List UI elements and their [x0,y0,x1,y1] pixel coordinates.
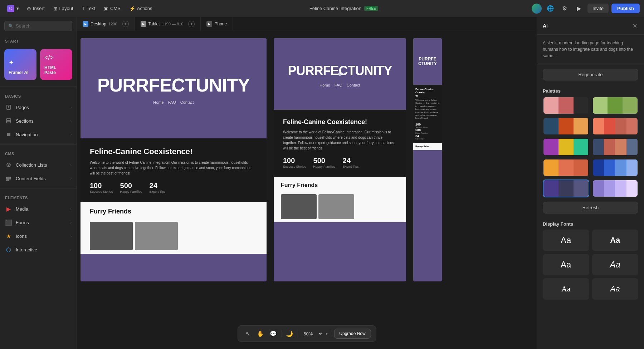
font-preview-serif: Aa [561,260,571,270]
palette-card-10[interactable] [592,180,639,197]
pages-label: Pages [16,105,67,110]
stat2-num-tablet: 500 [313,157,336,165]
text-button[interactable]: T Text [78,4,99,14]
settings-icon-button[interactable]: ⚙ [559,3,570,14]
content-fields-label: Content Fields [16,176,67,181]
sidebar-item-content-fields[interactable]: Content Fields › [0,172,77,185]
font-card-mono[interactable]: Aa [592,254,639,275]
hero-dot-desktop [172,87,175,90]
site-content-tablet: Feline-Canine Coexistence! Welcome to th… [274,110,406,177]
ai-panel-header: AI ✕ [537,17,644,35]
font-card-sans[interactable]: Aa [543,230,589,251]
logo-button[interactable]: ⬡ ▾ [4,3,22,14]
palette-card-4[interactable] [592,117,639,135]
cms-button[interactable]: ▣ CMS [100,4,124,14]
breakpoint-add-button[interactable]: + [122,21,129,27]
palette-card-9[interactable] [543,180,589,197]
play-icon-button[interactable]: ▶ [573,3,585,14]
sidebar-item-navigation[interactable]: Navigation › [0,128,77,141]
globe-icon-button[interactable]: 🌐 [545,3,556,14]
stat3-label-tablet: Expert Tips [343,165,359,168]
free-badge: FREE [364,6,378,11]
sidebar-item-forms[interactable]: ⬛ Forms › [0,216,77,229]
stat1-label-tablet: Success Stories [283,165,306,168]
phone-breakpoint-tab[interactable]: ▶ Phone [201,17,233,31]
actions-button[interactable]: ⚡ Actions [126,4,156,14]
dark-mode-toggle[interactable]: 🌙 [284,329,294,339]
search-input[interactable]: 🔍 Search [4,21,72,31]
palette-card-6[interactable] [592,138,639,156]
divider1 [0,87,77,87]
site-nav-tablet: Home FAQ Contact [319,83,360,87]
hand-tool-button[interactable]: ✋ [255,329,265,339]
palette-card-3[interactable] [543,117,589,135]
insert-icon: ⊕ [27,6,31,11]
layout-button[interactable]: ⊞ Layout [50,4,77,14]
divider2 [0,144,77,144]
palette-card-2[interactable] [592,97,639,114]
desktop-preview-frame: PURRFECTUNITY Home FAQ Contact Feline-Ca… [80,38,267,342]
layout-icon: ⊞ [53,6,58,11]
site-stats-tablet: 100 Success Stories 500 Happy Families 2… [283,157,397,168]
comment-tool-button[interactable]: 💬 [268,329,278,339]
basics-section-label: Basics [0,90,77,100]
site-content-body-desktop: Welcome to the world of Feline-Canine In… [90,160,257,176]
framer-ai-card[interactable]: ✦ Framer AI [4,49,36,80]
furry-friends-title-tablet: Furry Friends [281,182,399,188]
palette-card-7[interactable] [543,159,589,177]
divider3 [0,188,77,188]
palette-card-8[interactable] [592,159,639,177]
furry-friends-section-desktop: Furry Friends [80,202,267,218]
tablet-breakpoint-tab[interactable]: ▶ Tablet 1199 — 810 + [135,17,201,31]
phone-label: Phone [214,21,227,26]
upgrade-now-button[interactable]: Upgrade Now [334,329,371,339]
canvas-area: ▶ Desktop 1200 + ▶ Tablet 1199 — 810 + ▶… [77,17,537,349]
font-card-slab[interactable]: Aa [543,278,589,300]
logo-dropdown-arrow: ▾ [16,6,19,11]
palette-card-5[interactable] [543,138,589,156]
publish-button[interactable]: Publish [611,4,640,13]
actions-icon: ⚡ [129,6,135,11]
furry-friends-images-desktop [80,218,267,254]
sidebar-item-sections[interactable]: Sections › [0,114,77,128]
phone-content: Feline-Canine Coexise! Welcome to the Fe… [413,85,442,143]
tablet-size: 1199 — 810 [162,22,184,26]
project-name-area: Feline Canine Integration FREE [157,6,530,11]
sidebar-item-media[interactable]: ▶ Media › [0,202,77,216]
html-paste-card[interactable]: </> HTML Paste [40,49,72,80]
font-card-light[interactable]: Aa [592,278,639,300]
search-placeholder: Search [16,23,30,29]
font-card-bold[interactable]: Aa [592,230,639,251]
fonts-section: Aa Aa Aa Aa Aa Aa [537,230,644,304]
regenerate-button[interactable]: Regenerate [543,69,638,80]
sidebar-item-icons[interactable]: ★ Icons › [0,229,77,243]
furry-img1-tablet [281,194,317,219]
phone-preview-frame: PURRFECTUNITY Feline-Canine Coexise! Wel… [413,38,442,342]
zoom-select[interactable]: 50% 75% 100% 125% 150% [301,330,323,338]
html-paste-label: HTML Paste [44,65,68,75]
content-fields-arrow-icon: › [70,177,72,181]
palette-card-1[interactable] [543,97,589,114]
font-preview-mono: Aa [610,260,620,270]
user-avatar[interactable] [532,4,542,14]
tablet-breakpoint-add-button[interactable]: + [188,21,195,27]
site-content-body-tablet: Welcome to the world of Feline-Canine In… [283,129,397,151]
stat2-tablet: 500 Happy Families [313,157,336,168]
nav-home-desktop: Home [153,100,164,104]
sidebar-item-interactive[interactable]: ⬡ Interactive › [0,243,77,256]
svg-point-9 [8,164,9,166]
sidebar-item-collection-lists[interactable]: Collection Lists › [0,158,77,172]
desktop-preview: PURRFECTUNITY Home FAQ Contact Feline-Ca… [80,38,267,281]
select-tool-button[interactable]: ↖ [243,329,253,339]
font-card-serif[interactable]: Aa [543,254,589,275]
navigation-icon [5,131,12,138]
sidebar-item-pages[interactable]: Pages › [0,100,77,114]
invite-button[interactable]: Invite [587,4,609,13]
font-preview-slab: Aa [561,284,571,294]
insert-button[interactable]: ⊕ Insert [23,4,48,14]
refresh-button[interactable]: Refresh [543,202,638,213]
stat1-tablet: 100 Success Stories [283,157,306,168]
desktop-breakpoint-tab[interactable]: ▶ Desktop 1200 + [77,17,135,31]
desktop-size: 1200 [108,22,117,26]
close-panel-button[interactable]: ✕ [631,22,638,29]
